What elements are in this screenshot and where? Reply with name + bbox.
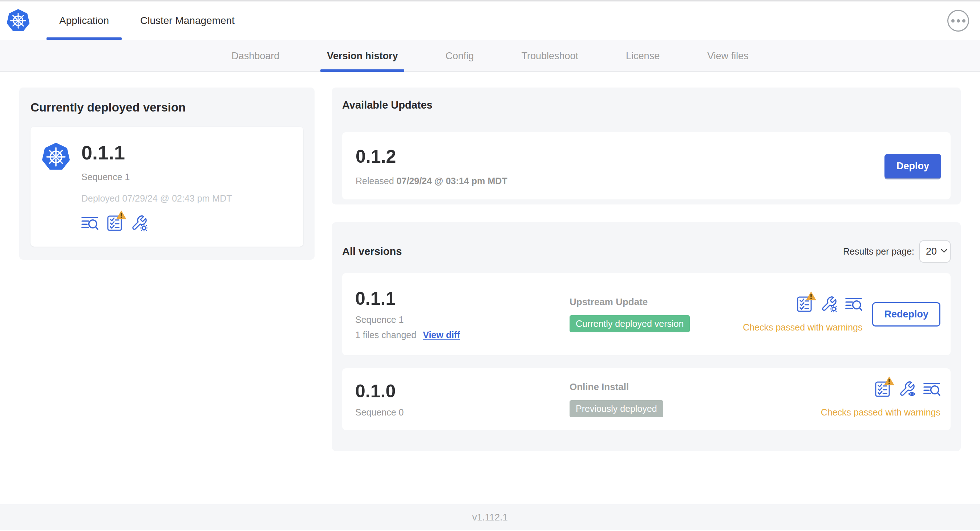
diff-icon[interactable]: [81, 215, 99, 231]
currently-deployed-badge: Currently deployed version: [570, 315, 690, 332]
preflight-status-text[interactable]: Checks passed with warnings: [743, 322, 862, 333]
tab-view-files[interactable]: View files: [701, 40, 755, 72]
warning-triangle-icon: [116, 210, 127, 220]
results-per-page-select[interactable]: 20: [920, 240, 951, 262]
row-source-label: Upstream Update: [570, 296, 743, 308]
kubernetes-logo-icon: [6, 9, 30, 32]
kubernetes-app-icon: [42, 143, 70, 171]
app-footer: v1.112.1: [0, 504, 980, 530]
update-version-label: 0.1.2: [356, 146, 508, 167]
preflight-checks-warning-icon[interactable]: [796, 296, 813, 312]
available-update-card: 0.1.2 Released 07/29/24 @ 03:14 pm MDT D…: [342, 132, 951, 199]
version-row-0-1-1: 0.1.1 Sequence 1 1 files changed View di…: [342, 273, 951, 355]
config-gear-icon[interactable]: [131, 215, 148, 231]
tab-dashboard[interactable]: Dashboard: [225, 40, 286, 72]
tab-version-history[interactable]: Version history: [320, 40, 404, 72]
currently-deployed-panel: Currently deployed version 0.1.1 Sequenc…: [19, 87, 315, 260]
previously-deployed-badge: Previously deployed: [570, 400, 663, 417]
app-header: Application Cluster Management: [0, 2, 980, 40]
config-gear-icon[interactable]: [821, 296, 837, 312]
preflight-checks-warning-icon[interactable]: [107, 215, 123, 231]
config-eye-icon[interactable]: [899, 381, 915, 397]
ellipsis-icon: [962, 19, 966, 22]
console-version-label: v1.112.1: [472, 512, 508, 523]
preflight-checks-warning-icon[interactable]: [874, 381, 891, 397]
available-updates-title: Available Updates: [342, 99, 951, 111]
main-content: Currently deployed version 0.1.1 Sequenc…: [0, 72, 980, 504]
tab-troubleshoot[interactable]: Troubleshoot: [515, 40, 585, 72]
deployed-timestamp: Deployed 07/29/24 @ 02:43 pm MDT: [81, 193, 232, 204]
all-versions-title: All versions: [342, 245, 402, 258]
currently-deployed-card: 0.1.1 Sequence 1 Deployed 07/29/24 @ 02:…: [30, 127, 303, 246]
deploy-button[interactable]: Deploy: [885, 154, 941, 178]
available-updates-panel: Available Updates 0.1.2 Released 07/29/2…: [332, 87, 961, 205]
results-per-page-value: 20: [926, 246, 937, 257]
all-versions-panel: All versions Results per page: 20 0.1.1: [332, 222, 961, 451]
diff-icon[interactable]: [845, 296, 862, 312]
tab-config[interactable]: Config: [439, 40, 480, 72]
view-diff-link[interactable]: View diff: [423, 330, 460, 340]
primary-nav: Application Cluster Management: [46, 2, 247, 40]
tab-application[interactable]: Application: [46, 2, 122, 40]
row-sequence-label: Sequence 0: [355, 407, 570, 418]
ellipsis-icon: [951, 19, 955, 22]
app-subnav: Dashboard Version history Config Trouble…: [0, 40, 980, 72]
row-version-label: 0.1.0: [355, 381, 570, 402]
row-sequence-label: Sequence 1: [355, 315, 570, 325]
ellipsis-icon: [957, 19, 960, 22]
row-source-label: Online Install: [570, 382, 821, 393]
results-per-page-label: Results per page:: [843, 246, 914, 257]
version-row-0-1-0: 0.1.0 Sequence 0 Online Install Previous…: [342, 368, 951, 430]
tab-license[interactable]: License: [619, 40, 666, 72]
row-version-label: 0.1.1: [355, 288, 570, 309]
deployed-version-label: 0.1.1: [81, 141, 232, 164]
deployed-sequence-label: Sequence 1: [81, 172, 232, 182]
preflight-status-text[interactable]: Checks passed with warnings: [821, 407, 940, 418]
chevron-down-icon: [940, 246, 948, 257]
currently-deployed-title: Currently deployed version: [30, 100, 303, 114]
warning-triangle-icon: [806, 291, 816, 301]
update-released-timestamp: Released 07/29/24 @ 03:14 pm MDT: [356, 176, 508, 186]
tab-cluster-management[interactable]: Cluster Management: [127, 2, 247, 40]
ellipsis-menu-button[interactable]: [947, 10, 969, 32]
files-changed-label: 1 files changed: [355, 330, 416, 340]
warning-triangle-icon: [884, 376, 895, 386]
redeploy-button[interactable]: Redeploy: [872, 302, 940, 326]
diff-icon[interactable]: [923, 381, 940, 397]
